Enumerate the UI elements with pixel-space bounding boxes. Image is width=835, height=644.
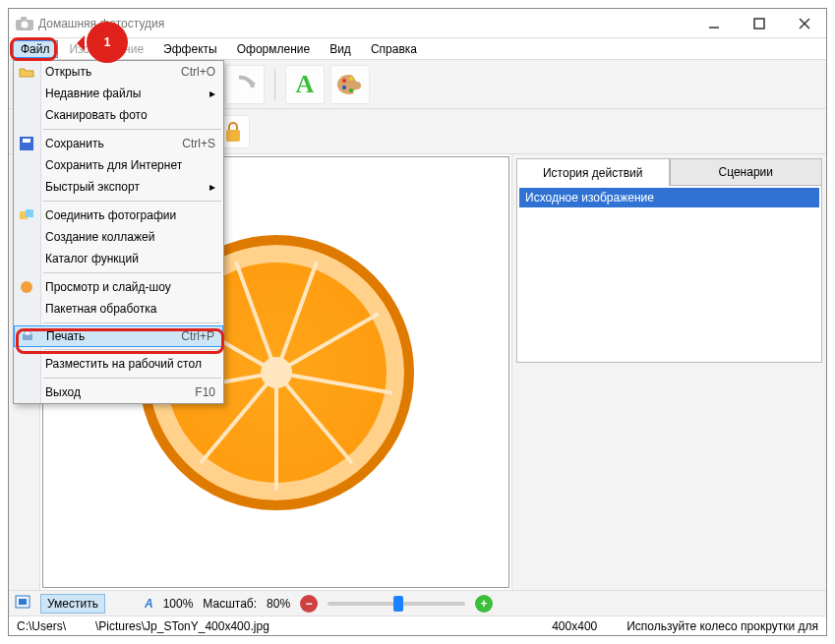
svg-rect-1 bbox=[21, 17, 27, 21]
submenu-arrow-icon: ▸ bbox=[209, 180, 215, 194]
svg-point-14 bbox=[349, 88, 353, 92]
svg-point-36 bbox=[21, 281, 32, 293]
file-menu-dropdown: ОткрытьCtrl+O Недавние файлы▸ Сканироват… bbox=[13, 60, 224, 404]
zoom-slider[interactable] bbox=[328, 602, 465, 606]
folder-open-icon bbox=[18, 63, 35, 81]
svg-rect-38 bbox=[25, 331, 30, 335]
scale-label: Масштаб: bbox=[203, 597, 257, 611]
fit-button[interactable]: Уместить bbox=[40, 594, 105, 614]
menu-help[interactable]: Справка bbox=[363, 40, 425, 58]
menu-file[interactable]: Файл bbox=[13, 40, 58, 58]
image-dimensions: 400x400 bbox=[552, 619, 597, 633]
menu-quick-export[interactable]: Быстрый экспорт▸ bbox=[14, 176, 223, 198]
path-bar: C:\Users\ \Pictures\Jp_STonY_400x400.jpg… bbox=[9, 615, 826, 635]
menu-scan[interactable]: Сканировать фото bbox=[14, 104, 223, 126]
maximize-button[interactable] bbox=[740, 13, 779, 34]
history-list[interactable]: Исходное изображение bbox=[516, 186, 822, 363]
menu-catalog[interactable]: Каталог функций bbox=[14, 248, 223, 269]
svg-point-13 bbox=[342, 86, 346, 89]
menu-collage[interactable]: Создание коллажей bbox=[14, 226, 223, 248]
svg-rect-31 bbox=[19, 599, 27, 605]
path-drive: C:\Users\ bbox=[17, 619, 66, 633]
tab-scenarios[interactable]: Сценарии bbox=[670, 158, 823, 186]
alpha-value: 100% bbox=[163, 597, 194, 611]
palette-tool[interactable] bbox=[330, 65, 370, 104]
minimize-button[interactable] bbox=[694, 13, 734, 34]
alpha-icon: A bbox=[145, 597, 153, 611]
svg-rect-35 bbox=[26, 209, 33, 217]
history-item[interactable]: Исходное изображение bbox=[519, 188, 819, 207]
menu-print[interactable]: ПечатьCtrl+P bbox=[14, 325, 223, 347]
menu-save[interactable]: СохранитьCtrl+S bbox=[14, 133, 223, 154]
window-title: Домашняя фотостудия bbox=[38, 17, 694, 30]
menu-design[interactable]: Оформление bbox=[229, 40, 318, 58]
menu-batch[interactable]: Пакетная обработка bbox=[14, 298, 223, 320]
right-panel: История действий Сценарии Исходное изобр… bbox=[511, 154, 826, 590]
menu-effects[interactable]: Эффекты bbox=[155, 40, 225, 58]
menu-merge-photos[interactable]: Соединить фотографии bbox=[14, 205, 223, 226]
redo-tool[interactable] bbox=[225, 65, 265, 104]
submenu-arrow-icon: ▸ bbox=[209, 87, 215, 100]
svg-point-12 bbox=[342, 79, 346, 83]
app-icon bbox=[15, 14, 34, 33]
title-bar: Домашняя фотостудия bbox=[9, 9, 826, 38]
scale-value: 80% bbox=[267, 597, 290, 611]
print-icon bbox=[19, 327, 36, 345]
path-file: \Pictures\Jp_STonY_400x400.jpg bbox=[95, 619, 269, 633]
save-icon bbox=[18, 135, 35, 152]
svg-point-2 bbox=[22, 21, 29, 28]
svg-rect-4 bbox=[754, 19, 764, 29]
menu-slideshow[interactable]: Просмотр и слайд-шоу bbox=[14, 276, 223, 298]
tab-history[interactable]: История действий bbox=[516, 158, 670, 186]
menu-view[interactable]: Вид bbox=[322, 40, 359, 58]
fit-icon bbox=[15, 595, 30, 612]
zoom-in-button[interactable]: + bbox=[475, 595, 493, 613]
svg-rect-24 bbox=[226, 130, 240, 142]
status-bar: Уместить A 100% Масштаб: 80% − + bbox=[9, 590, 826, 615]
menu-bar: Файл Изображение Эффекты Оформление Вид … bbox=[9, 38, 826, 60]
menu-save-web[interactable]: Сохранить для Интернет bbox=[14, 154, 223, 176]
menu-recent-files[interactable]: Недавние файлы▸ bbox=[14, 83, 223, 104]
close-button[interactable] bbox=[785, 13, 824, 34]
svg-rect-33 bbox=[23, 139, 30, 143]
annotation-badge: 1 bbox=[87, 22, 128, 63]
hint-text: Используйте колесо прокрутки для bbox=[626, 619, 818, 633]
text-tool[interactable]: A bbox=[285, 65, 325, 104]
menu-wallpaper[interactable]: Разместить на рабочий стол bbox=[14, 353, 223, 375]
menu-open[interactable]: ОткрытьCtrl+O bbox=[14, 61, 223, 83]
zoom-out-button[interactable]: − bbox=[300, 595, 318, 613]
menu-exit[interactable]: ВыходF10 bbox=[14, 381, 223, 403]
slideshow-icon bbox=[18, 278, 35, 296]
merge-icon bbox=[18, 206, 35, 224]
svg-point-15 bbox=[349, 77, 353, 81]
